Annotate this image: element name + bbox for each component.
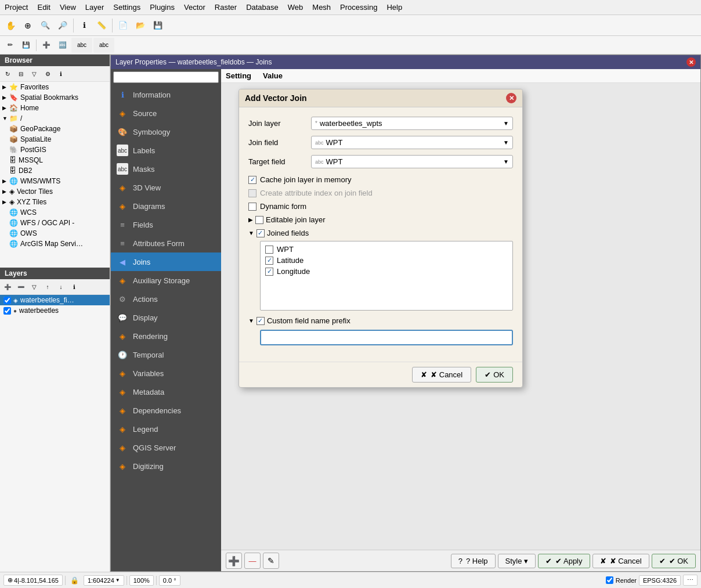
dialog-close-btn[interactable]: ✕ <box>506 93 516 103</box>
nav-item-metadata[interactable]: ◈ Metadata <box>111 383 221 401</box>
nav-item-source[interactable]: ◈ Source <box>111 104 221 122</box>
dynamic-form-checkbox[interactable] <box>248 203 256 211</box>
render-checkbox-area[interactable]: Render <box>606 576 637 584</box>
menu-settings[interactable]: Settings <box>109 2 145 13</box>
nav-item-auxiliary[interactable]: ◈ Auxiliary Storage <box>111 271 221 290</box>
browser-item-spatialite[interactable]: 📦SpatiaLite <box>0 134 110 145</box>
layers-add-btn[interactable]: ➕ <box>1 280 14 293</box>
style-btn[interactable]: Style ▾ <box>498 554 536 568</box>
browser-item-xyz[interactable]: ▶◈XYZ Tiles <box>0 197 110 207</box>
messages-btn[interactable]: ⋯ <box>683 575 698 586</box>
lock-icon-btn[interactable]: 🔒 <box>68 575 81 586</box>
nav-item-legend[interactable]: ◈ Legend <box>111 420 221 438</box>
zoom-display[interactable]: 100% <box>129 575 154 586</box>
browser-filter-btn[interactable]: ▽ <box>28 67 41 80</box>
new-layer-btn[interactable]: 📄 <box>115 17 131 34</box>
browser-item-ows[interactable]: 🌐OWS <box>0 228 110 239</box>
field-longitude-checkbox[interactable]: ✓ <box>265 268 273 276</box>
nav-item-information[interactable]: ℹ Information <box>111 85 221 104</box>
menu-layer[interactable]: Layer <box>81 2 109 13</box>
label-btn[interactable]: 🔤 <box>55 38 70 53</box>
measure-tool[interactable]: 📏 <box>93 17 110 34</box>
layer-visibility-2[interactable] <box>3 307 11 315</box>
field-latitude-checkbox[interactable]: ✓ <box>265 257 273 265</box>
menu-mesh[interactable]: Mesh <box>308 2 335 13</box>
footer-cancel-btn[interactable]: ✘ ✘ Cancel <box>592 554 649 568</box>
save-edits-btn[interactable]: 💾 <box>19 38 34 53</box>
nav-item-3dview[interactable]: ◈ 3D View <box>111 178 221 197</box>
joined-fields-checkbox[interactable]: ✓ <box>256 229 265 237</box>
browser-item-wfs[interactable]: 🌐WFS / OGC API - <box>0 218 110 228</box>
editable-join-checkbox[interactable] <box>255 216 263 224</box>
menu-processing[interactable]: Processing <box>335 2 382 13</box>
menu-database[interactable]: Database <box>241 2 283 13</box>
nav-item-dependencies[interactable]: ◈ Dependencies <box>111 401 221 420</box>
crs-display[interactable]: EPSG:4326 <box>639 575 681 586</box>
nav-item-rendering[interactable]: ◈ Rendering <box>111 327 221 345</box>
add-join-btn[interactable]: ➕ <box>226 553 242 569</box>
browser-item-mssql[interactable]: 🗄MSSQL <box>0 155 110 165</box>
field-wpt-checkbox[interactable] <box>265 246 273 254</box>
nav-item-fields[interactable]: ≡ Fields <box>111 215 221 234</box>
browser-item-wcs[interactable]: 🌐WCS <box>0 207 110 218</box>
abc-btn1[interactable]: abc <box>71 38 92 53</box>
browser-collapse-btn[interactable]: ⊟ <box>15 67 27 80</box>
dialog-ok-btn[interactable]: ✔ OK <box>476 367 513 383</box>
menu-edit[interactable]: Edit <box>32 2 55 13</box>
add-feature-btn[interactable]: ➕ <box>39 38 54 53</box>
menu-plugins[interactable]: Plugins <box>145 2 179 13</box>
target-field-select[interactable]: abcWPT ▼ <box>311 155 513 168</box>
nav-item-masks[interactable]: abc Masks <box>111 160 221 178</box>
browser-item-geopackage[interactable]: 📦GeoPackage <box>0 124 110 134</box>
menu-vector[interactable]: Vector <box>179 2 210 13</box>
layers-info-btn[interactable]: ℹ <box>68 280 81 293</box>
dialog-cancel-btn[interactable]: ✘ ✘ Cancel <box>412 367 471 383</box>
browser-item-bookmarks[interactable]: ▶🔖Spatial Bookmarks <box>0 92 110 103</box>
nav-item-labels[interactable]: abc Labels <box>111 141 221 160</box>
browser-item-db2[interactable]: 🗄DB2 <box>0 165 110 176</box>
menu-help[interactable]: Help <box>382 2 407 13</box>
create-index-checkbox[interactable] <box>248 189 256 197</box>
layer-item-waterbeetles-fi[interactable]: ◈ waterbeetles_fi… <box>0 295 110 305</box>
open-btn[interactable]: 📂 <box>132 17 149 34</box>
layer-visibility-1[interactable] <box>3 297 11 304</box>
browser-item-vectortiles[interactable]: ▶◈Vector Tiles <box>0 186 110 197</box>
props-search-input[interactable] <box>113 71 219 83</box>
browser-item-wms[interactable]: ▶🌐WMS/WMTS <box>0 176 110 186</box>
save-btn[interactable]: 💾 <box>150 17 166 34</box>
layer-item-waterbeetles[interactable]: ● waterbeetles <box>0 305 110 316</box>
menu-project[interactable]: Project <box>0 2 32 13</box>
layers-filter-btn[interactable]: ▽ <box>28 280 41 293</box>
browser-item-root[interactable]: ▼📁/ <box>0 113 110 124</box>
scale-display[interactable]: 1:604224 ▼ <box>84 575 124 586</box>
edit-join-btn[interactable]: ✎ <box>263 553 279 569</box>
apply-btn[interactable]: ✔ ✔ Apply <box>538 554 590 568</box>
remove-join-btn[interactable]: — <box>244 553 261 569</box>
layers-open-btn[interactable]: ↑ <box>41 280 54 293</box>
prefix-input[interactable] <box>260 330 513 345</box>
editable-collapse-arrow[interactable]: ▶ <box>248 217 253 223</box>
nav-item-display[interactable]: 💬 Display <box>111 308 221 327</box>
select-tool[interactable]: ⊕ <box>20 17 36 34</box>
layers-remove-btn[interactable]: ➖ <box>15 280 27 293</box>
nav-item-variables[interactable]: ◈ Variables <box>111 364 221 383</box>
menu-web[interactable]: Web <box>283 2 308 13</box>
nav-item-diagrams[interactable]: ◈ Diagrams <box>111 197 221 215</box>
cache-checkbox[interactable]: ✓ <box>248 176 256 184</box>
footer-ok-btn[interactable]: ✔ ✔ OK <box>652 554 696 568</box>
browser-item-favorites[interactable]: ▶⭐Favorites <box>0 82 110 92</box>
browser-info-btn[interactable]: ℹ <box>55 67 67 80</box>
join-layer-select[interactable]: *waterbeetles_wpts ▼ <box>311 117 513 130</box>
nav-item-qgis-server[interactable]: ◈ QGIS Server <box>111 438 221 457</box>
rotation-display[interactable]: 0.0 ° <box>159 575 180 586</box>
nav-item-temporal[interactable]: 🕐 Temporal <box>111 345 221 364</box>
nav-item-symbology[interactable]: 🎨 Symbology <box>111 122 221 141</box>
menu-raster[interactable]: Raster <box>210 2 241 13</box>
browser-settings-btn[interactable]: ⚙ <box>41 67 54 80</box>
menu-view[interactable]: View <box>55 2 81 13</box>
browser-item-home[interactable]: ▶🏠Home <box>0 103 110 113</box>
join-field-select[interactable]: abcWPT ▼ <box>311 136 513 149</box>
prefix-checkbox[interactable]: ✓ <box>256 317 265 325</box>
edit-mode-btn[interactable]: ✏ <box>2 38 17 53</box>
zoom-in-tool[interactable]: 🔍 <box>37 17 53 34</box>
